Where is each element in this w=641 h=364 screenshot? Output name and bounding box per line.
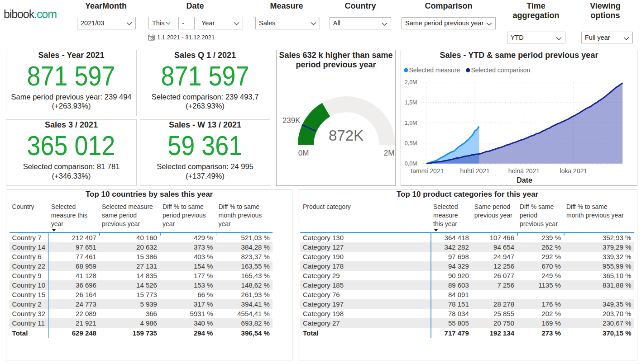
svg-text:872K: 872K [329, 127, 364, 143]
svg-text:loka 2021: loka 2021 [560, 167, 587, 174]
svg-text:tammi 2021: tammi 2021 [411, 167, 444, 174]
svg-text:huhti 2021: huhti 2021 [460, 167, 490, 174]
svg-text:Sales - YTD & same period prev: Sales - YTD & same period previous year [440, 51, 598, 60]
svg-text:0M: 0M [298, 149, 309, 157]
svg-text:1,5M: 1,5M [404, 99, 417, 106]
svg-text:Selected comparison: Selected comparison [471, 66, 530, 74]
svg-text:1,0M: 1,0M [404, 120, 417, 126]
svg-text:heinä 2021: heinä 2021 [508, 167, 540, 174]
svg-text:0,0M: 0,0M [404, 161, 417, 167]
svg-text:Selected measure: Selected measure [409, 66, 460, 74]
svg-text:2,0M: 2,0M [404, 79, 417, 85]
svg-text:239K: 239K [282, 116, 300, 125]
svg-text:Date: Date [517, 176, 532, 184]
svg-text:0,5M: 0,5M [404, 140, 417, 147]
svg-text:2M: 2M [383, 149, 394, 157]
